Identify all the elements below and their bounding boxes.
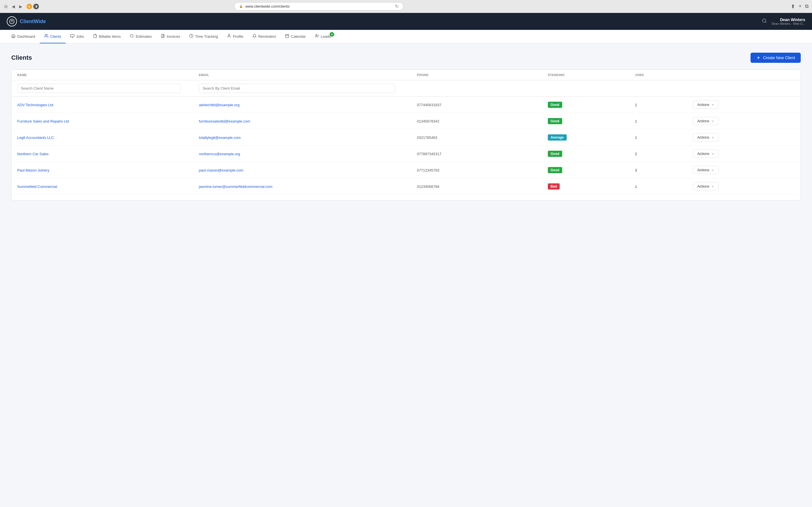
actions-button[interactable]: Actions <box>693 182 719 190</box>
client-email[interactable]: totallylegit@example.com <box>199 135 241 140</box>
svg-point-13 <box>315 34 317 36</box>
col-actions <box>693 73 795 76</box>
address-bar[interactable]: 🔒 www.clientwide.com/clients ↻ <box>234 2 403 10</box>
browser-controls: ⊟ ◀ ▶ <box>3 4 23 9</box>
plus-icon <box>756 55 761 60</box>
actions-button[interactable]: Actions <box>693 133 719 142</box>
clients-table: NAME EMAIL PHONE STANDING JOBS ADV Techn… <box>11 69 801 201</box>
standing-badge: Good <box>548 151 562 157</box>
client-name[interactable]: Legit Accountants LLC <box>17 135 54 140</box>
chevron-down-icon <box>711 152 714 156</box>
user-sub: Dean Winters - Web G... <box>771 22 805 25</box>
forward-button[interactable]: ▶ <box>18 4 23 9</box>
logo-text: ClientWide <box>20 18 46 24</box>
share-button[interactable]: ⬆ <box>791 3 795 10</box>
back-button[interactable]: ◀ <box>11 4 16 9</box>
billable-items-icon <box>93 34 97 39</box>
user-info[interactable]: Dean Winters Dean Winters - Web G... <box>771 17 805 25</box>
shield-icons: ● ◑ <box>27 4 39 9</box>
table-row: Furniture Sales and Repairs Ltd furnitur… <box>11 113 801 129</box>
nav-item-estimates[interactable]: Estimates <box>125 30 156 43</box>
client-email[interactable]: advtechltd@example.org <box>199 103 239 107</box>
nav-label-estimates: Estimates <box>136 34 152 39</box>
nav-item-invoices[interactable]: Invoices <box>156 30 185 43</box>
standing-badge: Average <box>548 134 567 140</box>
client-name[interactable]: Summefield Commercial <box>17 184 57 189</box>
svg-point-1 <box>763 19 766 22</box>
calendar-icon <box>285 34 289 39</box>
nav-label-time-tracking: Time Tracking <box>195 34 218 39</box>
nav-item-time-tracking[interactable]: Time Tracking <box>185 30 222 43</box>
nav-label-invoices: Invoices <box>167 34 180 39</box>
chevron-down-icon <box>711 119 714 123</box>
client-phone: 01345678342 <box>417 119 440 123</box>
table-row: Paul Mason Joinery paul.mason@example.co… <box>11 162 801 178</box>
client-name[interactable]: Furniture Sales and Repairs Ltd <box>17 119 69 123</box>
client-jobs: 2 <box>635 152 637 156</box>
page-title: Clients <box>11 54 32 61</box>
shield-yellow-icon[interactable]: ● <box>27 4 32 9</box>
client-phone: 0321785463 <box>417 135 437 140</box>
col-jobs: JOBS <box>635 73 693 76</box>
svg-rect-3 <box>71 34 74 37</box>
url-text: www.clientwide.com/clients <box>245 4 290 8</box>
svg-point-4 <box>130 34 133 37</box>
client-email[interactable]: jasmine.turner@summerfieldcommercial.com <box>199 184 272 189</box>
create-client-button[interactable]: Create New Client <box>751 53 801 63</box>
client-name[interactable]: ADV Technologies Ltd <box>17 103 53 107</box>
logo[interactable]: ClientWide <box>7 16 46 26</box>
actions-button[interactable]: Actions <box>693 117 719 125</box>
search-email-input[interactable] <box>199 83 395 93</box>
reminders-icon <box>252 34 257 39</box>
lock-icon: 🔒 <box>239 4 243 8</box>
header-search-button[interactable] <box>762 18 767 25</box>
client-phone: 077897345317 <box>417 152 442 156</box>
col-name: NAME <box>17 73 199 76</box>
nav-item-calendar[interactable]: Calendar <box>281 30 310 43</box>
new-tab-button[interactable]: + <box>799 3 802 9</box>
reload-icon[interactable]: ↻ <box>395 4 399 9</box>
client-email[interactable]: paul.mason@example.com <box>199 168 243 172</box>
table-row: Northern Car Sales northerncs@example.or… <box>11 146 801 162</box>
profile-icon <box>227 34 231 39</box>
actions-button[interactable]: Actions <box>693 101 719 109</box>
nav-item-clients[interactable]: Clients <box>40 30 66 43</box>
actions-button[interactable]: Actions <box>693 166 719 174</box>
nav-item-leads[interactable]: Leads 0 <box>310 30 335 43</box>
actions-button[interactable]: Actions <box>693 150 719 158</box>
nav-label-dashboard: Dashboard <box>17 34 35 39</box>
tabs-button[interactable]: ⧉ <box>805 3 809 9</box>
table-row: Legit Accountants LLC totallylegit@examp… <box>11 129 801 146</box>
nav-item-profile[interactable]: Profile <box>222 30 248 43</box>
client-email[interactable]: furnituresalesltd@example.com <box>199 119 250 123</box>
leads-badge: 0 <box>329 32 334 37</box>
nav-label-clients: Clients <box>50 34 61 39</box>
client-name[interactable]: Paul Mason Joinery <box>17 168 49 172</box>
nav-label-calendar: Calendar <box>291 34 306 39</box>
client-name[interactable]: Northern Car Sales <box>17 152 49 156</box>
nav-item-jobs[interactable]: Jobs <box>66 30 88 43</box>
invoices-icon <box>161 34 165 39</box>
client-rows: ADV Technologies Ltd advtechltd@example.… <box>11 97 801 200</box>
nav-item-dashboard[interactable]: Dashboard <box>7 30 40 43</box>
client-email[interactable]: northerncs@example.org <box>199 152 240 156</box>
sidebar-toggle[interactable]: ⊟ <box>3 4 8 9</box>
page-header: Clients Create New Client <box>11 53 801 63</box>
client-jobs: 1 <box>635 135 637 140</box>
chevron-down-icon <box>711 136 714 139</box>
chevron-down-icon <box>711 185 714 188</box>
nav-label-leads: Leads <box>321 34 331 39</box>
app-header: ClientWide Dean Winters Dean Winters - W… <box>0 13 812 30</box>
nav-item-reminders[interactable]: Reminders <box>248 30 281 43</box>
table-row: Summefield Commercial jasmine.turner@sum… <box>11 178 801 194</box>
search-name-input[interactable] <box>17 83 181 93</box>
logo-icon <box>7 16 17 26</box>
browser-actions: ⬆ + ⧉ <box>791 3 809 10</box>
search-email-container <box>199 83 417 93</box>
shield-dark-icon[interactable]: ◑ <box>33 4 39 9</box>
client-jobs: 1 <box>635 184 637 189</box>
nav-item-billable-items[interactable]: Billable Items <box>89 30 125 43</box>
header-right: Dean Winters Dean Winters - Web G... <box>762 17 805 25</box>
clients-icon <box>44 34 49 39</box>
col-standing: STANDING <box>548 73 635 76</box>
